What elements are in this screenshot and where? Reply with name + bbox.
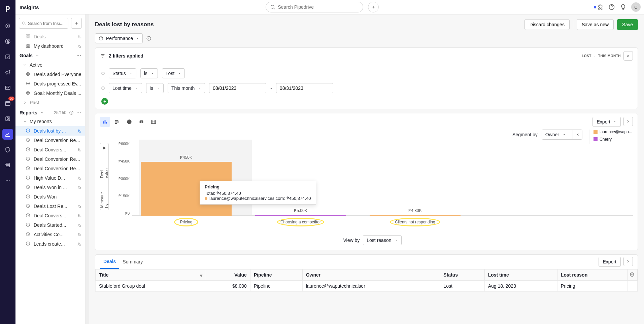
global-search[interactable] (266, 2, 363, 12)
chart-type-bar[interactable] (112, 117, 122, 127)
filter-field-dropdown[interactable]: Status (109, 68, 136, 78)
nav-insights-icon[interactable] (2, 129, 13, 140)
sidebar-add-button[interactable] (71, 18, 82, 29)
nav-marketplace-icon[interactable] (2, 160, 13, 171)
shared-icon (77, 242, 82, 246)
filter-field-dropdown[interactable]: Lost time (109, 83, 142, 93)
export-chart-button[interactable]: Export (592, 117, 621, 127)
sidebar-goal-item[interactable]: Goal: Monthly Deals ... (15, 88, 85, 98)
sidebar-report-item[interactable]: Deals Won in ... (15, 183, 85, 192)
legend-item[interactable]: laurence@wapu... (594, 130, 633, 134)
svg-rect-69 (115, 120, 118, 121)
col-owner[interactable]: Owner (302, 269, 440, 281)
info-icon[interactable] (69, 110, 74, 115)
bar-not-responding[interactable]: ₱4.80K Clients not responding (368, 215, 462, 216)
nav-contacts-icon[interactable] (2, 113, 13, 124)
nav-projects-icon[interactable] (2, 51, 13, 62)
nav-more-icon[interactable] (2, 175, 13, 186)
nav-products-icon[interactable] (2, 144, 13, 155)
resize-handle[interactable] (86, 14, 89, 324)
reports-section-header[interactable]: Reports 25/150 ⋯ (15, 107, 85, 117)
sidebar-report-item[interactable]: Deals lost by ... (15, 126, 85, 136)
tab-deals[interactable]: Deals (100, 255, 119, 269)
filter-op-dropdown[interactable]: is (146, 83, 164, 93)
save-as-new-button[interactable]: Save as new (577, 19, 614, 30)
sidebar-report-item[interactable]: Deal Conversion Rep... (15, 136, 85, 145)
col-settings[interactable] (628, 269, 638, 281)
filter-date-from[interactable] (209, 83, 266, 93)
tips-button[interactable] (620, 4, 626, 10)
nav-leads-icon[interactable] (2, 21, 13, 31)
sidebar-report-item[interactable]: Deals Started... (15, 220, 85, 230)
deals-table: Title▾ Value Pipeline Owner Status Lost … (95, 269, 638, 292)
chart-type-scorecard[interactable]: # (136, 117, 146, 127)
clear-segment-button[interactable] (573, 130, 582, 139)
more-icon[interactable]: ⋯ (76, 53, 81, 58)
chart-type-table[interactable] (148, 117, 159, 127)
export-table-button[interactable]: Export (599, 257, 621, 267)
global-search-input[interactable] (278, 4, 359, 10)
svg-rect-22 (26, 46, 28, 47)
quick-add-button[interactable] (368, 2, 379, 12)
filter-period-dropdown[interactable]: This month (168, 83, 205, 93)
sidebar-search[interactable] (19, 18, 68, 29)
collapse-filters-button[interactable] (623, 51, 633, 61)
view-by-label: View by (343, 238, 360, 243)
save-button[interactable]: Save (617, 19, 638, 30)
sidebar-report-item[interactable]: Deals Lost Re... (15, 202, 85, 211)
user-avatar[interactable]: C (631, 2, 641, 12)
col-status[interactable]: Status (440, 269, 484, 281)
view-by-dropdown[interactable]: Lost reason (363, 235, 402, 245)
nav-activities-icon[interactable]: 20 (2, 98, 13, 109)
sidebar-search-input[interactable] (28, 21, 65, 26)
performance-dropdown[interactable]: Performance (95, 33, 143, 43)
sidebar-report-item[interactable]: High Value D... (15, 173, 85, 183)
sidebar-item-my-dashboard[interactable]: My dashboard (15, 41, 85, 51)
more-icon[interactable]: ⋯ (76, 110, 81, 115)
segment-by-dropdown[interactable]: Owner (542, 130, 582, 140)
svg-point-30 (26, 91, 29, 94)
sidebar-report-item[interactable]: Deal Convers... (15, 211, 85, 220)
col-title[interactable]: Title▾ (96, 269, 206, 281)
svg-rect-16 (26, 37, 28, 38)
sidebar-report-item[interactable]: Deals Won (15, 192, 85, 202)
help-button[interactable] (608, 4, 615, 10)
pipedrive-logo[interactable]: p (5, 3, 10, 12)
sidebar-report-item[interactable]: Deal Conversion Rep... (15, 154, 85, 164)
col-lost-time[interactable]: Lost time (484, 269, 557, 281)
discard-button[interactable]: Discard changes (524, 19, 570, 30)
chart-type-pie[interactable] (124, 117, 134, 127)
col-pipeline[interactable]: Pipeline (250, 269, 302, 281)
nav-campaigns-icon[interactable] (2, 67, 13, 78)
sidebar-item-my-reports[interactable]: My reports (15, 117, 85, 126)
info-icon[interactable] (146, 36, 151, 41)
measure-by-control[interactable]: ▶ Deal value Measure by (100, 143, 109, 210)
add-filter-button[interactable]: + (101, 98, 108, 105)
legend-item[interactable]: Cherry (594, 137, 633, 142)
filter-op-dropdown[interactable]: is (140, 68, 158, 78)
tab-summary[interactable]: Summary (119, 255, 146, 268)
table-row[interactable]: Stableford Group deal $8,000 Pipeline la… (96, 281, 638, 292)
svg-rect-71 (115, 123, 117, 124)
sidebar-goal-item[interactable]: Deals progressed Ev... (15, 79, 85, 88)
filter-value-dropdown[interactable]: Lost (162, 68, 185, 78)
sidebar-report-item[interactable]: Leads create... (15, 239, 85, 249)
bar-competitor[interactable]: ₱5.00K Choosing a competitor (253, 215, 348, 216)
close-chart-button[interactable] (623, 117, 633, 126)
close-table-button[interactable] (623, 257, 633, 266)
sidebar-item-deals-dashboard[interactable]: Deals (15, 32, 85, 41)
sidebar-goal-item[interactable]: Deals added Everyone (15, 70, 85, 79)
sidebar-item-active[interactable]: Active (15, 60, 85, 70)
goals-section-header[interactable]: Goals ⋯ (15, 51, 85, 60)
sidebar-report-item[interactable]: Activities Co... (15, 230, 85, 239)
chart-type-column[interactable] (100, 117, 110, 127)
nav-deals-icon[interactable] (2, 36, 13, 47)
sidebar-item-past[interactable]: Past (15, 98, 85, 107)
col-lost-reason[interactable]: Lost reason (557, 269, 627, 281)
extension-indicator[interactable] (594, 4, 604, 10)
filter-date-to[interactable] (276, 83, 333, 93)
sidebar-report-item[interactable]: Deal Conversion Rep... (15, 164, 85, 173)
nav-mail-icon[interactable] (2, 82, 13, 93)
col-value[interactable]: Value (206, 269, 250, 281)
sidebar-report-item[interactable]: Deal Convers... (15, 145, 85, 154)
